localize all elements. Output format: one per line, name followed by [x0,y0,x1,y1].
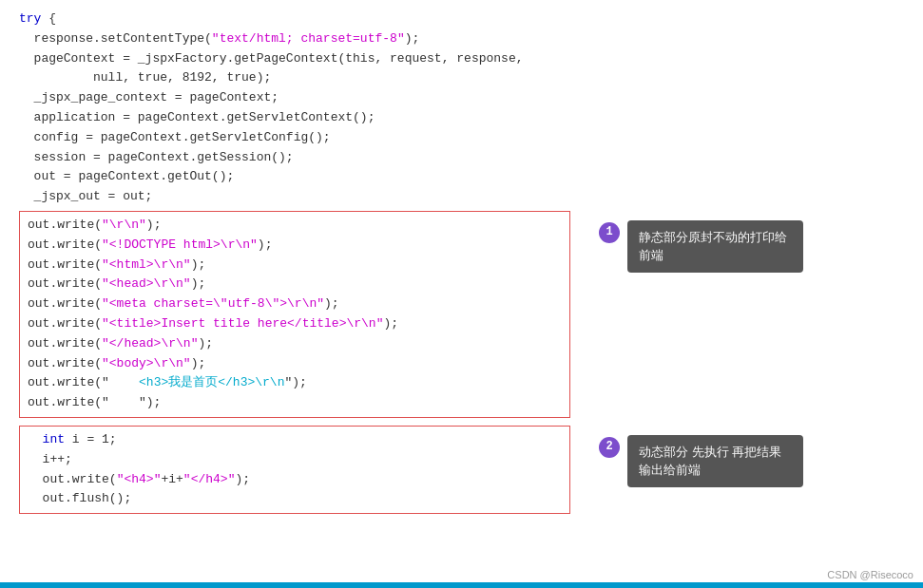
code-line: _jspx_out = out; [19,187,904,207]
bubble-number-2: 2 [599,437,620,458]
annotation-box-1: out.write("\r\n"); out.write("<!DOCTYPE … [19,211,570,418]
bubble-number-1: 1 [599,222,620,243]
code-line: out.write("<head>\r\n"); [28,275,562,294]
bubble-text-1: 静态部分原封不动的打印给前端 [627,220,803,273]
code-line: out.write("<meta charset=\"utf-8\">\r\n"… [28,294,562,314]
code-line: out.write("</head>\r\n"); [28,334,562,354]
code-line: null, true, 8192, true); [19,68,904,88]
code-line: out.write("<title>Insert title here</tit… [28,314,562,334]
code-line: application = pageContext.getServletCont… [19,108,904,128]
code-line: pageContext = _jspxFactory.getPageContex… [19,49,904,69]
annotation-box-2: int i = 1; i++; out.write("<h4>"+i+"</h4… [19,426,570,514]
code-line: config = pageContext.getServletConfig(); [19,128,904,148]
annotation-bubble-1: 1 静态部分原封不动的打印给前端 [599,220,803,273]
code-line: out.write("<!DOCTYPE html>\r\n"); [28,236,562,256]
code-line: out.write(" <h3>我是首页</h3>\r\n"); [28,373,562,393]
code-line: out.write("<h4>"+i+"</h4>"); [28,470,562,490]
code-line: out.write("\r\n"); [28,216,562,236]
code-line: session = pageContext.getSession(); [19,148,904,168]
code-line: _jspx_page_context = pageContext; [19,88,904,108]
bubble-text-2: 动态部分 先执行 再把结果输出给前端 [627,435,803,487]
code-line: out.flush(); [28,489,562,509]
bottom-bar [0,582,923,588]
code-line: out.write("<html>\r\n"); [28,256,562,275]
code-line: try { [19,9,904,29]
code-line: int i = 1; [28,430,562,450]
code-line: response.setContentType("text/html; char… [19,29,904,49]
code-line: out = pageContext.getOut(); [19,167,904,187]
code-area: try { response.setContentType("text/html… [0,0,923,523]
annotation-bubble-2: 2 动态部分 先执行 再把结果输出给前端 [599,435,803,487]
code-line: out.write("<body>\r\n"); [28,354,562,374]
code-line: i++; [28,450,562,470]
code-line: out.write(" "); [28,393,562,413]
watermark: CSDN @Risecoco [827,569,913,580]
